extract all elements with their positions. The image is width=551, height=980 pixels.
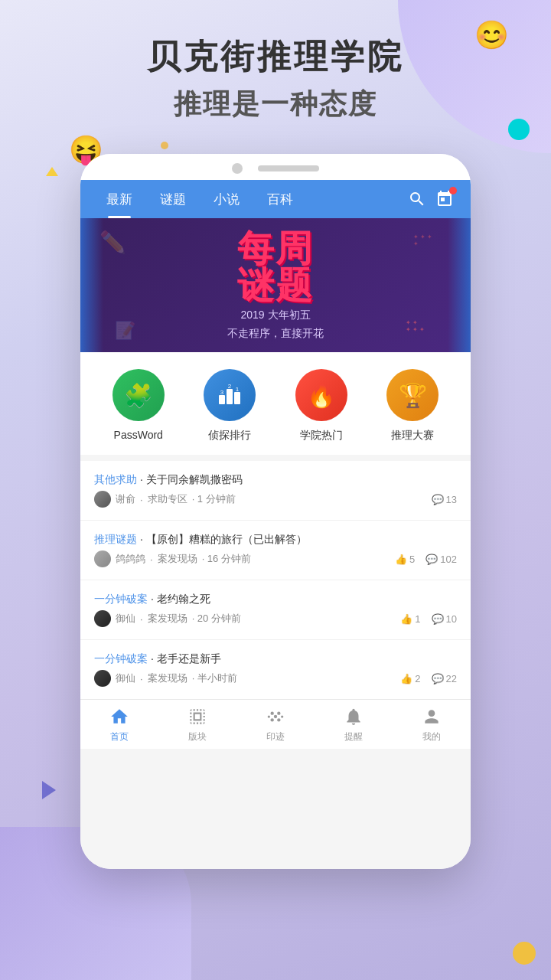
icon-item-password[interactable]: 🧩 PassWord bbox=[112, 369, 165, 443]
ranking-icon: 2 3 1 bbox=[204, 369, 256, 421]
nav-tab-puzzle[interactable]: 谜题 bbox=[146, 180, 200, 218]
feed-category: 一分钟破案 · 老约翰之死 bbox=[94, 593, 457, 606]
svg-rect-2 bbox=[234, 392, 240, 404]
nav-tab-latest[interactable]: 最新 bbox=[93, 180, 146, 218]
bg-dot-orange bbox=[161, 142, 168, 149]
feed-item[interactable]: 其他求助 · 关于同余解凯撒密码 谢俞 · 求助专区 · 1 分钟前 💬 13 bbox=[80, 461, 471, 521]
feed-category: 一分钟破案 · 老手还是新手 bbox=[94, 652, 457, 666]
nav-tab-novel[interactable]: 小说 bbox=[200, 180, 253, 218]
like-icon: 👍 bbox=[395, 554, 407, 565]
author-sep: · bbox=[140, 673, 143, 684]
feed-meta: 御仙 · 案发现场 · 半小时前 👍 2 💬 22 bbox=[94, 670, 457, 687]
app-content: 最新 谜题 小说 百科 ✏️ 📝 bbox=[80, 180, 471, 869]
like-count: 2 bbox=[415, 673, 420, 684]
like-stat: 👍 5 bbox=[395, 554, 415, 565]
sep: · bbox=[137, 473, 146, 485]
banner-deco2: 📝 bbox=[115, 321, 135, 341]
bottom-nav-board[interactable]: 版块 bbox=[158, 700, 236, 749]
feed-meta: 御仙 · 案发现场 · 20 分钟前 👍 1 💬 10 bbox=[94, 610, 457, 627]
feed-item[interactable]: 推理谜题 · 【原创】糟糕的旅行（已出解答） 鸽鸽鸽 · 案发现场 · 16 分… bbox=[80, 521, 471, 580]
bottom-nav-home[interactable]: 首页 bbox=[80, 700, 158, 749]
bg-circle-gold bbox=[513, 942, 536, 965]
bell-icon bbox=[343, 706, 364, 727]
feed-category: 推理谜题 · 【原创】糟糕的旅行（已出解答） bbox=[94, 533, 457, 547]
banner-deco3: ✦ ✦ ✦✦ bbox=[413, 234, 432, 247]
svg-rect-1 bbox=[227, 389, 233, 404]
comment-count: 22 bbox=[446, 673, 457, 684]
author-avatar bbox=[94, 491, 111, 508]
icon-item-contest[interactable]: 🏆 推理大赛 bbox=[386, 369, 439, 443]
author-sep: · bbox=[150, 554, 153, 565]
banner-container: ✏️ 📝 ✦ ✦ ✦✦ ✦ ✦✦ ✦ ✦ 每周谜题 2019 大年初五 不走程序… bbox=[80, 218, 471, 352]
banner-sub1: 2019 大年初五 bbox=[227, 309, 324, 322]
banner[interactable]: ✏️ 📝 ✦ ✦ ✦✦ ✦ ✦✦ ✦ ✦ 每周谜题 2019 大年初五 不走程序… bbox=[80, 218, 471, 352]
feed-title-inline: 【原创】糟糕的旅行（已出解答） bbox=[146, 533, 307, 545]
like-stat: 👍 2 bbox=[400, 673, 420, 684]
like-count: 5 bbox=[409, 554, 415, 565]
svg-text:3: 3 bbox=[220, 389, 224, 396]
notification-badge bbox=[449, 187, 457, 194]
author-avatar bbox=[94, 550, 111, 567]
author-section: 案发现场 bbox=[158, 552, 197, 566]
author-section: 案发现场 bbox=[148, 612, 187, 626]
search-icon[interactable] bbox=[403, 185, 431, 213]
svg-text:2: 2 bbox=[228, 383, 232, 390]
banner-right-edge bbox=[448, 218, 471, 352]
banner-deco1: ✏️ bbox=[99, 230, 126, 255]
hot-icon: 🔥 bbox=[295, 369, 347, 421]
svg-point-7 bbox=[277, 711, 280, 714]
comment-count: 13 bbox=[446, 494, 457, 505]
feed-cat-label: 一分钟破案 bbox=[94, 652, 148, 665]
banner-sub2: 不走程序，直接开花 bbox=[227, 327, 324, 341]
calendar-icon[interactable] bbox=[431, 185, 458, 213]
bottom-nav: 首页 版块 印迹 bbox=[80, 699, 471, 749]
author-section: 案发现场 bbox=[148, 671, 187, 685]
home-label: 首页 bbox=[110, 730, 129, 743]
nav-tab-wiki[interactable]: 百科 bbox=[253, 180, 307, 218]
feed-item[interactable]: 一分钟破案 · 老约翰之死 御仙 · 案发现场 · 20 分钟前 👍 1 bbox=[80, 580, 471, 640]
like-count: 1 bbox=[415, 613, 420, 625]
feed-category-title: 关于同余解凯撒密码 bbox=[146, 473, 243, 485]
bottom-nav-notify[interactable]: 提醒 bbox=[315, 700, 393, 749]
sep: · bbox=[148, 593, 157, 605]
comment-icon: 💬 bbox=[432, 673, 444, 684]
author-name: 御仙 bbox=[116, 671, 135, 685]
like-icon: 👍 bbox=[400, 613, 412, 625]
password-icon: 🧩 bbox=[112, 369, 165, 421]
icon-item-ranking[interactable]: 2 3 1 侦探排行 bbox=[204, 369, 256, 443]
author-time: · 20 分钟前 bbox=[192, 612, 241, 626]
feed-list: 其他求助 · 关于同余解凯撒密码 谢俞 · 求助专区 · 1 分钟前 💬 13 bbox=[80, 461, 471, 699]
bottom-nav-trace[interactable]: 印迹 bbox=[236, 700, 315, 749]
feed-stats: 👍 5 💬 102 bbox=[395, 554, 457, 565]
feed-item[interactable]: 一分钟破案 · 老手还是新手 御仙 · 案发现场 · 半小时前 👍 2 bbox=[80, 640, 471, 699]
author-avatar bbox=[94, 610, 111, 627]
author-sep: · bbox=[140, 494, 143, 505]
phone-mockup: 最新 谜题 小说 百科 ✏️ 📝 bbox=[80, 154, 471, 869]
trace-icon bbox=[265, 706, 286, 727]
like-icon: 👍 bbox=[400, 673, 412, 684]
bottom-nav-profile[interactable]: 我的 bbox=[393, 700, 471, 749]
phone-camera bbox=[232, 163, 243, 174]
home-icon bbox=[109, 706, 130, 727]
author-time: · 半小时前 bbox=[192, 671, 237, 685]
password-label: PassWord bbox=[114, 429, 163, 441]
feed-cat-label: 一分钟破案 bbox=[94, 593, 148, 605]
comment-count: 10 bbox=[446, 613, 457, 625]
author-section: 求助专区 bbox=[148, 492, 187, 506]
banner-title: 每周谜题 bbox=[227, 230, 324, 304]
comment-icon: 💬 bbox=[432, 613, 444, 625]
svg-point-8 bbox=[271, 718, 274, 721]
comment-count: 102 bbox=[440, 554, 457, 565]
feed-title-inline: 老手还是新手 bbox=[157, 652, 221, 665]
contest-icon: 🏆 bbox=[386, 369, 439, 421]
ranking-label: 侦探排行 bbox=[208, 429, 251, 443]
phone-speaker bbox=[258, 165, 319, 172]
author-time: · 16 分钟前 bbox=[202, 552, 251, 566]
icon-item-hot[interactable]: 🔥 学院热门 bbox=[295, 369, 347, 443]
contest-label: 推理大赛 bbox=[391, 429, 434, 443]
feed-author: 鸽鸽鸽 · 案发现场 · 16 分钟前 bbox=[94, 550, 251, 567]
app-title: 贝克街推理学院 bbox=[15, 34, 536, 80]
author-sep: · bbox=[140, 613, 143, 625]
comment-stat: 💬 10 bbox=[432, 613, 457, 625]
author-time: · 1 分钟前 bbox=[192, 492, 236, 506]
